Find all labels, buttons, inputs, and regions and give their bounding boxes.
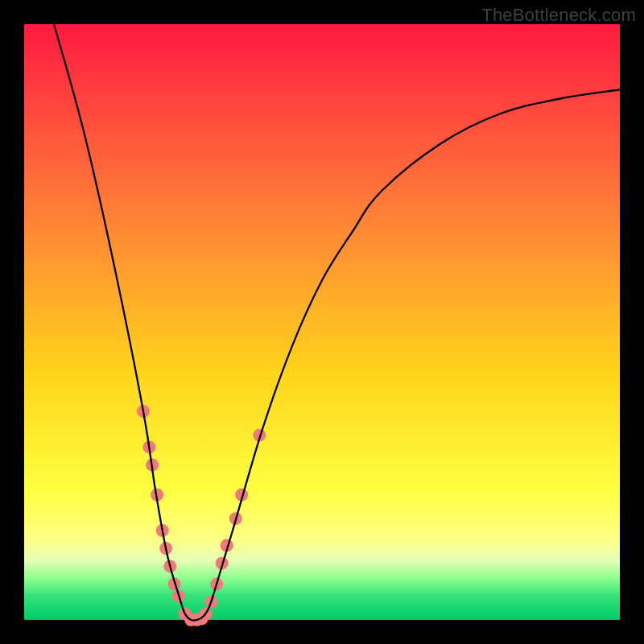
bottleneck-curve [54, 24, 620, 621]
data-markers-group [137, 405, 266, 626]
watermark-text: TheBottleneck.com [481, 5, 636, 26]
chart-frame: TheBottleneck.com [0, 0, 644, 644]
chart-svg [24, 24, 620, 620]
